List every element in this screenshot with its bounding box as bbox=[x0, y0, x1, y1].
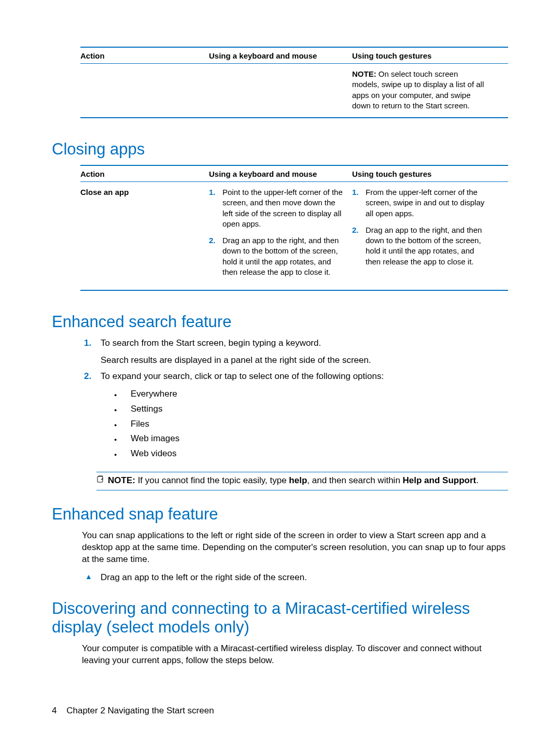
heading-miracast: Discovering and connecting to a Miracast… bbox=[52, 599, 508, 637]
step-number: 1. bbox=[82, 338, 101, 367]
table-header-row: Action Using a keyboard and mouse Using … bbox=[80, 166, 508, 182]
snap-paragraph: You can snap applications to the left or… bbox=[82, 530, 508, 566]
miracast-paragraph: Your computer is compatible with a Mirac… bbox=[82, 643, 508, 667]
step-number: 2. bbox=[352, 225, 366, 267]
header-keyboard: Using a keyboard and mouse bbox=[209, 170, 352, 178]
note-label: NOTE: bbox=[108, 475, 135, 485]
triangle-icon: ▲ bbox=[82, 572, 101, 584]
table-closing-apps: Action Using a keyboard and mouse Using … bbox=[80, 165, 508, 291]
note-label: NOTE: bbox=[352, 69, 376, 78]
step-number: 2. bbox=[82, 371, 101, 466]
touch-note-cell: NOTE: On select touch screen models, swi… bbox=[352, 69, 487, 111]
keyboard-cell: 1.Point to the upper-left corner of the … bbox=[209, 187, 352, 284]
header-keyboard: Using a keyboard and mouse bbox=[209, 51, 352, 60]
touch-cell: 1.From the upper-left corner of the scre… bbox=[352, 187, 487, 284]
search-steps-list: 1. To search from the Start screen, begi… bbox=[82, 338, 508, 466]
table-header-row: Action Using a keyboard and mouse Using … bbox=[80, 48, 508, 64]
table-row: NOTE: On select touch screen models, swi… bbox=[80, 64, 508, 117]
action-cell: Close an app bbox=[80, 187, 209, 284]
search-options-list: Everywhere Settings Files Web images Web… bbox=[111, 387, 508, 461]
table-row: Close an app 1.Point to the upper-left c… bbox=[80, 182, 508, 290]
snap-instruction-list: ▲ Drag an app to the left or the right s… bbox=[82, 572, 508, 584]
header-touch: Using touch gestures bbox=[352, 170, 487, 178]
page-footer: 4 Chapter 2 Navigating the Start screen bbox=[52, 706, 214, 716]
header-action: Action bbox=[80, 170, 209, 178]
step-number: 1. bbox=[209, 187, 222, 229]
heading-enhanced-search: Enhanced search feature bbox=[52, 313, 508, 331]
header-action: Action bbox=[80, 51, 209, 60]
step-number: 2. bbox=[209, 235, 222, 277]
header-touch: Using touch gestures bbox=[352, 51, 487, 60]
step-number: 1. bbox=[352, 187, 366, 219]
page-number: 4 bbox=[52, 706, 57, 715]
heading-enhanced-snap: Enhanced snap feature bbox=[52, 505, 508, 524]
note-icon bbox=[96, 475, 106, 487]
note-box: NOTE: If you cannot find the topic easil… bbox=[96, 472, 508, 490]
chapter-label: Chapter 2 Navigating the Start screen bbox=[66, 706, 214, 715]
table-top: Action Using a keyboard and mouse Using … bbox=[80, 47, 508, 118]
heading-closing-apps: Closing apps bbox=[52, 140, 508, 159]
